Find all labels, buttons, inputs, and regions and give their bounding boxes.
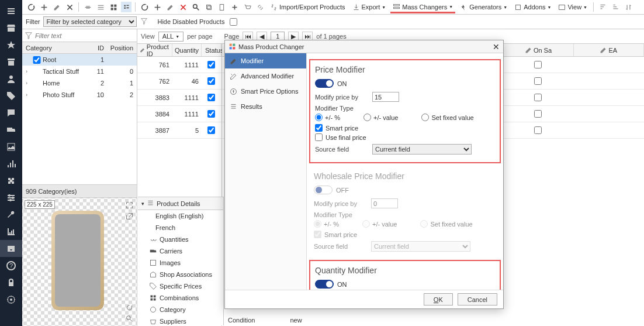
edit-icon[interactable] — [51, 2, 62, 12]
sort3-icon[interactable] — [623, 2, 633, 12]
radio-value[interactable]: +/- value — [363, 114, 399, 121]
zoom-icon[interactable] — [126, 315, 133, 322]
svg-rect-18 — [394, 7, 400, 8]
wholesale-value-input[interactable] — [371, 198, 398, 208]
chat-icon[interactable] — [0, 104, 22, 121]
details-item[interactable]: Shop Associations — [138, 269, 223, 280]
category-row[interactable]: Root1 — [22, 54, 137, 66]
fullscreen-icon[interactable] — [126, 201, 133, 209]
external-icon[interactable] — [126, 212, 133, 220]
qty-toggle[interactable] — [315, 280, 334, 289]
category-checkbox[interactable] — [33, 56, 41, 64]
archive-icon[interactable] — [0, 53, 22, 70]
truck-icon[interactable] — [0, 121, 22, 138]
modal-nav: Modifier Advanced Modifier Smart Price O… — [225, 53, 307, 290]
store-icon[interactable] — [0, 19, 22, 36]
details-item[interactable]: Category — [138, 304, 223, 315]
tree-icon[interactable] — [121, 2, 131, 12]
table-row[interactable]: 76246 — [137, 73, 221, 90]
product-details-panel: ▾Product Details English (English) Frenc… — [138, 197, 224, 325]
details-item[interactable]: Combinations — [138, 292, 223, 304]
sort1-icon[interactable] — [597, 2, 608, 12]
import-export-button[interactable]: Import/Export Products — [268, 2, 348, 12]
table-row[interactable]: 38841111 — [137, 106, 221, 122]
table-row[interactable]: 38831111 — [137, 90, 221, 106]
source-field-select[interactable]: Current field — [372, 144, 472, 155]
details-item[interactable]: Images — [138, 257, 223, 269]
user-icon[interactable] — [0, 70, 22, 87]
hide-disabled-label: Hide Disabled Products — [157, 18, 224, 25]
generators-button[interactable]: Generators▼ — [458, 2, 510, 12]
svg-point-2 — [8, 194, 11, 197]
link-icon[interactable] — [255, 2, 265, 12]
collapse-icon[interactable] — [95, 2, 106, 12]
copy-icon[interactable] — [203, 2, 214, 12]
puzzle-icon[interactable] — [0, 172, 22, 189]
details-item[interactable]: Specific Prices — [138, 280, 223, 292]
reload-icon[interactable] — [126, 304, 133, 311]
final-price-checkbox[interactable] — [315, 133, 323, 141]
add-icon[interactable] — [39, 2, 49, 12]
grid-icon[interactable] — [108, 2, 119, 12]
sort2-icon[interactable] — [610, 2, 621, 12]
wrench-icon[interactable] — [0, 206, 22, 223]
mass-changers-button[interactable]: Mass Changers▼ — [390, 2, 455, 13]
gear-icon[interactable] — [0, 291, 22, 308]
move-icon[interactable] — [229, 2, 240, 12]
chart-icon[interactable] — [0, 155, 22, 172]
smart-price-checkbox[interactable] — [315, 124, 323, 132]
refresh-icon[interactable] — [26, 2, 36, 12]
expand-icon[interactable] — [82, 2, 93, 12]
close-icon[interactable]: ✕ — [493, 42, 500, 52]
ok-button[interactable]: OK — [424, 293, 453, 306]
star-icon[interactable] — [0, 36, 22, 53]
details-item[interactable]: English (English) — [138, 210, 223, 222]
addons-button[interactable]: Addons▼ — [512, 2, 553, 12]
table-row[interactable]: 38875 — [137, 122, 221, 139]
export-button[interactable]: Export▼ — [350, 2, 389, 12]
menu-icon[interactable] — [0, 2, 22, 19]
radio-percent[interactable]: +/- % — [315, 114, 340, 121]
delete-icon[interactable] — [178, 2, 188, 12]
inbox-icon[interactable] — [0, 240, 22, 257]
details-item[interactable]: Carriers — [138, 245, 223, 257]
paste-icon[interactable] — [216, 2, 227, 12]
view-button[interactable]: View▼ — [556, 2, 590, 12]
filter-clear-icon[interactable] — [140, 18, 148, 26]
nav-smart-price[interactable]: Smart Price Options — [225, 84, 306, 99]
hide-disabled-checkbox[interactable] — [230, 18, 237, 26]
details-item[interactable]: Suppliers — [138, 315, 223, 325]
price-value-input[interactable] — [372, 92, 399, 102]
cancel-button[interactable]: Cancel — [458, 293, 497, 306]
refresh2-icon[interactable] — [139, 2, 150, 12]
category-row[interactable]: ›Photo Stuff102 — [22, 89, 137, 101]
svg-rect-22 — [151, 260, 156, 266]
add2-icon[interactable] — [152, 2, 162, 12]
radio-fixed[interactable]: Set fixed value — [421, 114, 473, 121]
category-filter-input[interactable] — [35, 32, 134, 39]
nav-advanced[interactable]: Advanced Modifier — [225, 68, 306, 84]
tag-icon[interactable] — [0, 87, 22, 104]
table-row[interactable]: 7611111 — [137, 57, 221, 73]
price-toggle[interactable] — [315, 79, 334, 88]
sliders-icon[interactable] — [0, 189, 22, 206]
lock-icon[interactable] — [0, 274, 22, 291]
category-row[interactable]: ›Tactical Stuff110 — [22, 66, 137, 77]
category-row[interactable]: ›Home21 — [22, 77, 137, 89]
stats-icon[interactable] — [0, 223, 22, 240]
cart-icon[interactable] — [242, 2, 252, 12]
search-icon[interactable] — [191, 2, 201, 12]
nav-modifier[interactable]: Modifier — [225, 53, 306, 68]
wholesale-toggle[interactable] — [314, 186, 333, 194]
edit2-icon[interactable] — [165, 2, 175, 12]
category-panel: CategoryIDPosition Root1 ›Tactical Stuff… — [22, 29, 137, 326]
image-icon[interactable] — [0, 138, 22, 155]
help-icon[interactable]: ? — [0, 257, 22, 274]
details-item[interactable]: French — [138, 222, 223, 234]
svg-point-3 — [12, 197, 14, 199]
view-all[interactable]: ALL ▼ — [158, 32, 184, 42]
details-item[interactable]: Quantities — [138, 234, 223, 245]
filter-select[interactable]: Filter by selected category — [43, 16, 137, 27]
close-icon[interactable] — [64, 2, 75, 12]
nav-results[interactable]: Results — [225, 99, 306, 114]
